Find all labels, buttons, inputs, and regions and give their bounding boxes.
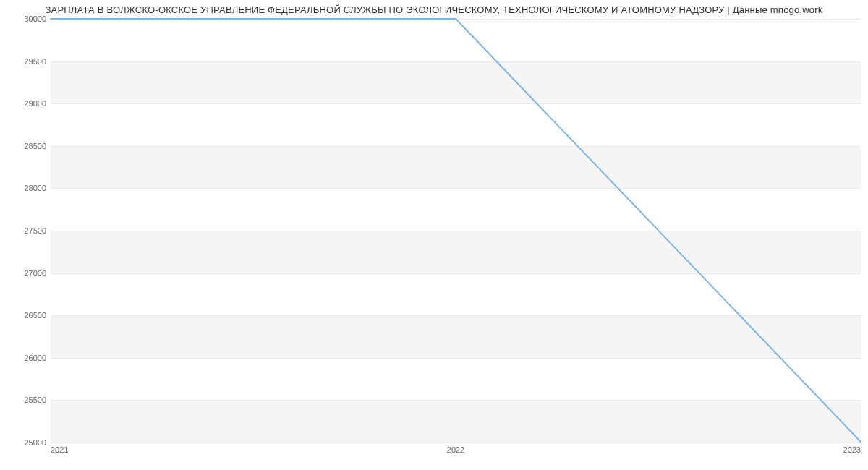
y-tick-label: 25000 <box>6 438 46 447</box>
x-tick-label: 2021 <box>51 445 68 454</box>
y-tick-label: 25500 <box>6 396 46 404</box>
line-series <box>51 19 861 442</box>
x-tick-label: 2022 <box>447 445 464 454</box>
y-gridline <box>51 443 861 443</box>
y-tick-label: 28000 <box>6 184 46 192</box>
y-tick-label: 28500 <box>6 142 46 150</box>
y-tick-label: 26000 <box>6 354 46 362</box>
x-tick-label: 2023 <box>843 445 861 454</box>
chart-title: ЗАРПЛАТА В ВОЛЖСКО-ОКСКОЕ УПРАВЛЕНИЕ ФЕД… <box>0 4 868 15</box>
y-tick-label: 29000 <box>6 99 46 108</box>
y-tick-label: 27000 <box>6 269 46 278</box>
y-tick-label: 30000 <box>6 14 46 23</box>
y-tick-label: 26500 <box>6 311 46 320</box>
y-tick-label: 29500 <box>6 57 46 66</box>
y-tick-label: 27500 <box>6 226 46 235</box>
salary-line-chart: ЗАРПЛАТА В ВОЛЖСКО-ОКСКОЕ УПРАВЛЕНИЕ ФЕД… <box>0 0 868 470</box>
series-line <box>51 19 861 442</box>
plot-area <box>51 19 861 443</box>
